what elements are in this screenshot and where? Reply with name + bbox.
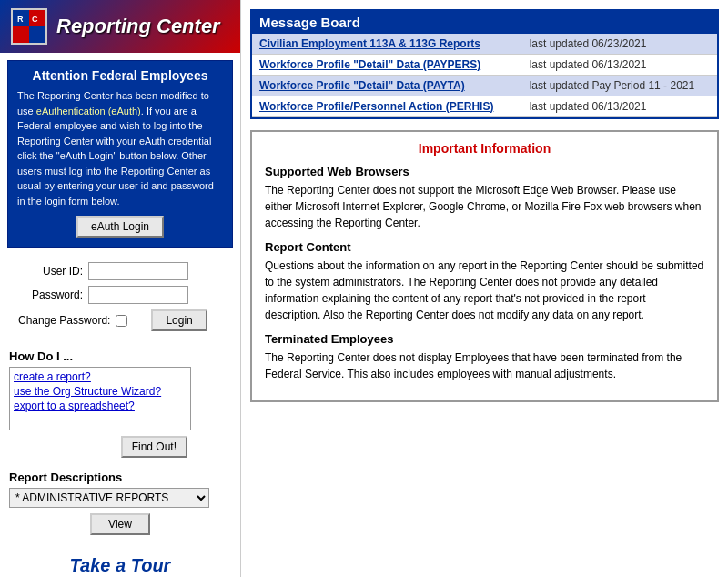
attention-box: Attention Federal Employees The Reportin… xyxy=(7,60,233,248)
user-id-input[interactable] xyxy=(88,262,188,280)
info-section-terminated: Terminated Employees The Reporting Cente… xyxy=(265,332,704,382)
svg-rect-3 xyxy=(29,26,46,43)
how-do-i-listbox[interactable]: create a report? use the Org Structure W… xyxy=(9,367,191,430)
login-form: User ID: Password: Change Password: Logi… xyxy=(0,255,240,346)
login-button[interactable]: Login xyxy=(151,309,207,331)
list-item[interactable]: export to a spreadsheet? xyxy=(12,399,188,413)
attention-text: The Reporting Center has been modified t… xyxy=(17,88,223,208)
terminated-heading: Terminated Employees xyxy=(265,332,704,346)
message-board-header: Message Board xyxy=(252,11,717,34)
terminated-text: The Reporting Center does not display Em… xyxy=(265,349,704,382)
svg-rect-2 xyxy=(13,26,29,43)
logo-bar: R C Reporting Center xyxy=(0,0,240,53)
message-board: Message Board Civilian Employment 113A &… xyxy=(250,9,719,119)
info-section-content: Report Content Questions about the infor… xyxy=(265,240,704,323)
report-descriptions-title: Report Descriptions xyxy=(9,471,231,484)
message-link[interactable]: Workforce Profile "Detail" Data (PAYPERS… xyxy=(259,58,480,71)
table-row: Civilian Employment 113A & 113G Reports … xyxy=(252,34,717,55)
change-password-label: Change Password: xyxy=(18,314,110,327)
table-row: Workforce Profile "Detail" Data (PAYPERS… xyxy=(252,55,717,76)
password-row: Password: xyxy=(11,286,229,304)
list-item[interactable]: use the Org Structure Wizard? xyxy=(12,384,188,399)
message-date: last updated Pay Period 11 - 2021 xyxy=(522,76,717,96)
app-title: Reporting Center xyxy=(56,15,220,38)
svg-text:C: C xyxy=(32,15,38,24)
svg-text:R: R xyxy=(17,15,24,24)
important-info-title: Important Information xyxy=(265,141,704,156)
content-text: Questions about the information on any r… xyxy=(265,258,704,323)
user-id-row: User ID: xyxy=(11,262,229,280)
message-board-table: Civilian Employment 113A & 113G Reports … xyxy=(252,34,717,117)
content-heading: Report Content xyxy=(265,240,704,254)
eauth-login-button[interactable]: eAuth Login xyxy=(76,216,164,238)
message-date: last updated 06/13/2021 xyxy=(522,96,717,117)
report-descriptions-section: Report Descriptions * ADMINISTRATIVE REP… xyxy=(0,467,240,544)
take-a-tour[interactable]: Take a Tour xyxy=(0,544,240,577)
password-label: Password: xyxy=(11,288,88,301)
password-input[interactable] xyxy=(88,286,188,304)
how-do-i-title: How Do I ... xyxy=(9,349,231,363)
how-do-i-section: How Do I ... create a report? use the Or… xyxy=(0,346,240,467)
change-password-row: Change Password: Login xyxy=(11,309,229,331)
browsers-text: The Reporting Center does not support th… xyxy=(265,182,704,231)
change-password-checkbox[interactable] xyxy=(116,315,127,327)
message-date: last updated 06/23/2021 xyxy=(522,34,717,55)
left-panel: R C Reporting Center Attention Federal E… xyxy=(0,0,241,577)
right-panel: Message Board Civilian Employment 113A &… xyxy=(241,0,728,577)
important-info-box: Important Information Supported Web Brow… xyxy=(250,130,719,402)
list-item[interactable]: create a report? xyxy=(12,369,188,384)
attention-title: Attention Federal Employees xyxy=(17,68,223,83)
eauth-link[interactable]: eAuthentication (eAuth) xyxy=(36,106,141,116)
table-row: Workforce Profile "Detail" Data (PAYTA) … xyxy=(252,76,717,96)
message-link[interactable]: Workforce Profile "Detail" Data (PAYTA) xyxy=(259,79,465,92)
browsers-heading: Supported Web Browsers xyxy=(265,165,704,178)
find-out-button[interactable]: Find Out! xyxy=(121,436,187,458)
report-select[interactable]: * ADMINISTRATIVE REPORTS xyxy=(9,488,209,508)
message-link[interactable]: Workforce Profile/Personnel Action (PERH… xyxy=(259,100,493,113)
view-button[interactable]: View xyxy=(90,513,150,535)
table-row: Workforce Profile/Personnel Action (PERH… xyxy=(252,96,717,117)
info-section-browsers: Supported Web Browsers The Reporting Cen… xyxy=(265,165,704,231)
logo-icon: R C xyxy=(11,8,47,45)
user-id-label: User ID: xyxy=(11,265,88,278)
message-date: last updated 06/13/2021 xyxy=(522,55,717,76)
message-link[interactable]: Civilian Employment 113A & 113G Reports xyxy=(259,37,480,50)
